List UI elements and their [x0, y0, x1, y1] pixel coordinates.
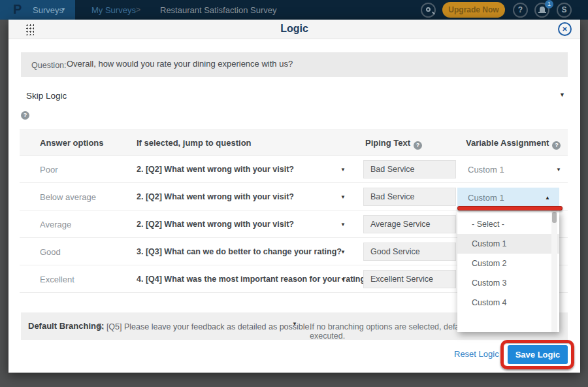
- dropdown-option-custom2[interactable]: Custom 2: [457, 254, 559, 273]
- piping-text-help-icon[interactable]: ?: [414, 141, 422, 150]
- default-branching-label: Default Branching:: [28, 321, 104, 331]
- variable-dropdown-panel: - Select - Custom 1 Custom 2 Custom 3 Cu…: [457, 210, 559, 332]
- table-row: Poor 2. [Q2] What went wrong with your v…: [20, 156, 568, 183]
- piping-text-input[interactable]: Bad Service: [363, 188, 456, 206]
- chevron-down-icon: ▼: [61, 7, 66, 12]
- app-logo[interactable]: P: [13, 2, 22, 17]
- chevron-down-icon[interactable]: ▼: [340, 249, 346, 255]
- search-icon: [426, 7, 431, 12]
- logic-modal: Logic ✕ Question: Overall, how would you…: [8, 20, 580, 373]
- modal-header: Logic ✕: [8, 20, 580, 39]
- variable-select[interactable]: Custom 1: [468, 165, 504, 175]
- search-button[interactable]: [421, 3, 436, 18]
- piping-text-input[interactable]: Bad Service: [363, 160, 456, 178]
- chevron-down-icon[interactable]: ▼: [340, 167, 346, 173]
- chevron-down-icon[interactable]: ▼: [340, 194, 346, 200]
- default-branching-select[interactable]: 5. [Q5] Please leave your feedback as de…: [97, 322, 312, 331]
- nav-surveys[interactable]: Surveys: [33, 5, 63, 15]
- variable-select-value: Custom 1: [468, 193, 504, 203]
- variable-select-open[interactable]: Custom 1 ▲: [457, 188, 559, 207]
- annotation-underline: [457, 206, 563, 210]
- question-label: Question:: [31, 61, 67, 70]
- column-header-variable-assignment: Variable Assignment?: [466, 138, 561, 150]
- save-logic-button[interactable]: Save Logic: [508, 345, 568, 364]
- jump-question-select[interactable]: 2. [Q2] What went wrong with your visit?: [137, 165, 294, 174]
- answer-option-label: Good: [40, 247, 61, 257]
- question-bar: Question: Overall, how would you rate yo…: [21, 52, 568, 77]
- logic-type-value: Skip Logic: [26, 91, 67, 101]
- column-header-answer-options: Answer options: [40, 138, 104, 148]
- chevron-down-icon[interactable]: ▼: [340, 222, 346, 227]
- table-header: Answer options If selected, jump to ques…: [20, 129, 568, 156]
- dropdown-scrollbar[interactable]: [551, 210, 557, 332]
- answer-option-label: Excellent: [40, 275, 74, 284]
- top-bar: P Surveys ▼ My Surveys > Restaurant Sati…: [0, 0, 588, 20]
- modal-title: Logic: [8, 23, 580, 35]
- answer-option-label: Below average: [40, 192, 96, 202]
- piping-text-input[interactable]: Excellent Service: [363, 270, 456, 288]
- jump-question-select[interactable]: 2. [Q2] What went wrong with your visit?: [137, 220, 294, 229]
- jump-question-select[interactable]: 4. [Q4] What was the most important reas…: [137, 275, 370, 284]
- chevron-down-icon: ▼: [559, 92, 565, 98]
- piping-text-input[interactable]: Average Service: [363, 215, 456, 233]
- chevron-down-icon[interactable]: ▼: [556, 167, 561, 173]
- dropdown-option-custom4[interactable]: Custom 4: [457, 293, 559, 312]
- jump-question-select[interactable]: 3. [Q3] What can we do better to change …: [137, 247, 342, 256]
- chevron-down-icon[interactable]: ▼: [340, 277, 346, 282]
- scrollbar-thumb[interactable]: [552, 212, 557, 223]
- column-header-piping-text: Piping Text?: [365, 138, 422, 150]
- logic-type-select[interactable]: Skip Logic ▼: [21, 86, 568, 106]
- close-icon[interactable]: ✕: [558, 22, 572, 36]
- column-header-jump-to-question: If selected, jump to question: [137, 138, 252, 148]
- variable-assignment-help-icon[interactable]: ?: [552, 141, 561, 150]
- notification-badge: 1: [545, 0, 553, 8]
- breadcrumb-current-survey: Restaurant Satisfaction Survey: [160, 5, 276, 15]
- reset-logic-link[interactable]: Reset Logic: [454, 349, 499, 359]
- answer-option-label: Average: [40, 220, 71, 229]
- bell-icon: [540, 7, 545, 12]
- brand-block: P Surveys ▼: [0, 0, 75, 20]
- avatar[interactable]: S: [557, 3, 572, 18]
- piping-text-input[interactable]: Good Service: [363, 243, 456, 261]
- dropdown-option-select[interactable]: - Select -: [457, 214, 559, 234]
- upgrade-now-button[interactable]: Upgrade Now: [442, 2, 505, 18]
- question-text: Overall, how would you rate your dining …: [67, 59, 293, 69]
- breadcrumb-my-surveys[interactable]: My Surveys: [91, 5, 136, 15]
- dropdown-option-custom3[interactable]: Custom 3: [457, 273, 559, 293]
- help-button[interactable]: ?: [513, 3, 528, 18]
- jump-question-select[interactable]: 2. [Q2] What went wrong with your visit?: [137, 192, 294, 201]
- breadcrumb-separator-icon: >: [136, 5, 140, 14]
- chevron-up-icon: ▲: [545, 195, 550, 201]
- dropdown-option-custom1[interactable]: Custom 1: [457, 234, 559, 254]
- answer-option-label: Poor: [40, 165, 57, 175]
- skip-logic-help-icon[interactable]: ?: [21, 111, 29, 120]
- chevron-down-icon[interactable]: ▼: [292, 321, 297, 327]
